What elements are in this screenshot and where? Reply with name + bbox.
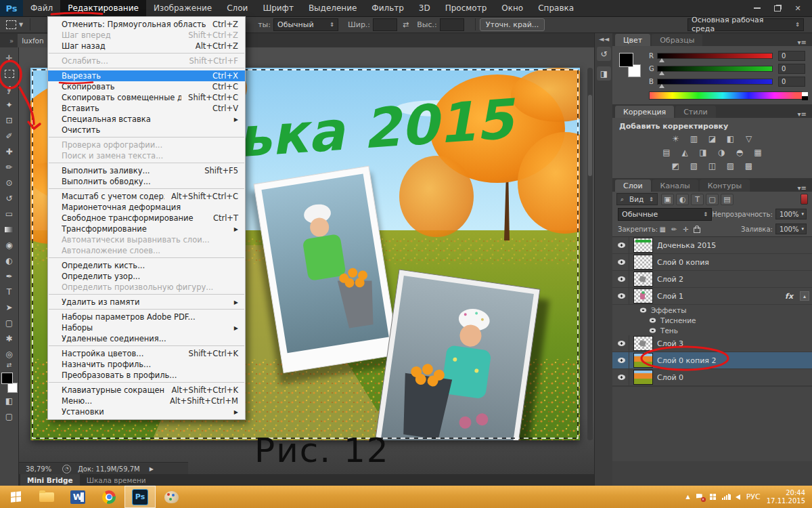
close-button[interactable]: ✕ bbox=[788, 2, 808, 14]
edit-menu-item[interactable]: Поиск и замена текста... bbox=[48, 150, 245, 161]
start-button[interactable] bbox=[0, 486, 31, 508]
brightness-contrast-icon[interactable]: ☀ bbox=[669, 133, 683, 144]
menu-item-просмотр[interactable]: Просмотр bbox=[438, 0, 495, 16]
eye-icon[interactable] bbox=[650, 318, 656, 322]
posterize-icon[interactable]: ▧ bbox=[687, 161, 701, 171]
menu-item-файл[interactable]: Файл bbox=[23, 0, 60, 16]
layer-effect-row[interactable]: Тиснение bbox=[612, 315, 812, 325]
layer-thumbnail[interactable] bbox=[633, 238, 653, 253]
panel-menu-icon[interactable]: ▾≡ bbox=[798, 184, 812, 192]
crop-tool[interactable]: ⊡ bbox=[1, 112, 18, 128]
eye-icon[interactable] bbox=[618, 293, 625, 299]
volume-icon[interactable] bbox=[736, 494, 740, 500]
lasso-tool[interactable]: ∮ bbox=[1, 81, 18, 97]
photo-filter-icon[interactable]: ◑ bbox=[715, 147, 728, 158]
menu-item-3d[interactable]: 3D bbox=[411, 0, 438, 16]
menu-item-редактирование[interactable]: Редактирование bbox=[60, 0, 146, 16]
pen-tool[interactable]: ✒ bbox=[1, 268, 18, 284]
filter-pixel-icon[interactable]: ▣ bbox=[661, 194, 674, 205]
edit-menu-item[interactable]: Ослабить...Shift+Ctrl+F bbox=[48, 56, 245, 66]
width-input[interactable] bbox=[373, 18, 397, 31]
layers-tab-каналы[interactable]: Каналы bbox=[652, 179, 698, 192]
lock-position-icon[interactable]: ✛ bbox=[681, 225, 690, 234]
threshold-icon[interactable]: ◫ bbox=[706, 161, 719, 171]
edit-menu-item[interactable]: Определить кисть... bbox=[48, 260, 245, 271]
layer-row[interactable]: Слой 2 bbox=[612, 271, 812, 288]
vibrance-icon[interactable]: ▽ bbox=[742, 133, 756, 144]
visibility-cell[interactable] bbox=[615, 352, 629, 368]
history-panel-icon[interactable]: ↺ bbox=[597, 47, 611, 61]
edit-menu-item[interactable]: ВырезатьCtrl+X bbox=[48, 70, 245, 81]
explorer-icon[interactable] bbox=[31, 486, 62, 508]
type-tool[interactable]: T bbox=[1, 284, 18, 299]
status-options-icon[interactable]: ▶ bbox=[150, 466, 154, 472]
bottom-tab-mini-bridge[interactable]: Mini Bridge bbox=[20, 474, 80, 486]
filter-toggle-switch[interactable] bbox=[800, 194, 808, 205]
eye-icon[interactable] bbox=[618, 341, 625, 346]
hue-saturation-icon[interactable]: ▤ bbox=[660, 147, 673, 158]
shape-tool[interactable]: ▢ bbox=[1, 315, 18, 331]
eye-icon[interactable] bbox=[650, 328, 656, 333]
move-tool[interactable]: ✛ bbox=[1, 50, 18, 66]
color-spectrum-bar[interactable] bbox=[649, 91, 803, 100]
tray-expand-icon[interactable]: ▲ bbox=[686, 494, 690, 500]
layer-name[interactable]: Слой 2 bbox=[657, 275, 683, 284]
color-swatches[interactable] bbox=[619, 53, 641, 77]
restore-button[interactable] bbox=[767, 2, 788, 14]
invert-icon[interactable]: ◩ bbox=[669, 161, 683, 171]
edit-menu-item[interactable]: Выполнить заливку...Shift+F5 bbox=[48, 165, 245, 176]
visibility-cell[interactable] bbox=[615, 254, 629, 270]
filter-smart-icon[interactable]: ▤ bbox=[721, 194, 734, 205]
layer-name[interactable]: Слой 0 копия 2 bbox=[657, 356, 716, 365]
edit-menu-item[interactable]: Шаг назадAlt+Ctrl+Z bbox=[48, 41, 245, 51]
eye-icon[interactable] bbox=[618, 375, 625, 380]
layer-row[interactable]: Слой 0 bbox=[612, 369, 812, 386]
rect-marquee-tool[interactable] bbox=[1, 66, 18, 81]
eye-icon[interactable] bbox=[618, 358, 625, 363]
eye-icon[interactable] bbox=[618, 242, 625, 248]
chevron-down-icon[interactable]: ▼ bbox=[19, 22, 23, 28]
edit-menu-item[interactable]: Удалить из памяти▶ bbox=[48, 297, 245, 308]
layer-thumbnail[interactable] bbox=[633, 370, 653, 385]
edit-menu-item[interactable]: Марионеточная деформация bbox=[48, 202, 245, 213]
channel-mixer-icon[interactable]: ◓ bbox=[733, 147, 746, 158]
selection-mode-select[interactable]: Обычный⇕ bbox=[273, 18, 338, 31]
edit-menu-item[interactable]: Преобразовать в профиль... bbox=[48, 370, 245, 381]
lock-transparency-icon[interactable]: ▦ bbox=[658, 225, 667, 234]
properties-panel-icon[interactable]: ◨ bbox=[597, 66, 611, 81]
edit-menu-item[interactable]: Специальная вставка▶ bbox=[48, 114, 245, 125]
minimize-button[interactable] bbox=[747, 2, 767, 14]
layer-name[interactable]: Слой 1 bbox=[657, 292, 683, 301]
layer-effect-row[interactable]: Эффекты bbox=[612, 305, 812, 315]
chrome-icon[interactable] bbox=[93, 486, 125, 508]
edit-menu-item[interactable]: Выполнить обводку... bbox=[48, 176, 245, 187]
filter-type-icon[interactable]: T bbox=[691, 194, 704, 205]
layer-filter-select[interactable]: ⌕Вид⇕ bbox=[616, 193, 658, 205]
color-tab-цвет[interactable]: Цвет bbox=[615, 34, 650, 46]
layer-row[interactable]: Слой 0 копия 2 bbox=[612, 352, 812, 369]
edit-menu-item[interactable]: Шаг впередShift+Ctrl+Z bbox=[48, 30, 245, 41]
layer-thumbnail[interactable] bbox=[633, 336, 653, 351]
blur-tool[interactable]: ◉ bbox=[1, 237, 18, 253]
menu-item-слои[interactable]: Слои bbox=[219, 0, 255, 16]
slider-handle[interactable] bbox=[659, 84, 664, 88]
collapse-panels-icon[interactable]: ◄◄ bbox=[599, 35, 609, 43]
layer-row[interactable]: Доченька 2015 bbox=[612, 237, 812, 254]
clone-stamp-tool[interactable]: ⊙ bbox=[1, 175, 18, 190]
foreground-color-swatch[interactable] bbox=[1, 373, 13, 384]
photoshop-icon[interactable]: Ps bbox=[125, 486, 156, 508]
edit-menu-item[interactable]: Удаленные соединения... bbox=[48, 333, 245, 344]
slider-handle[interactable] bbox=[659, 71, 664, 75]
toolbar-color-swatches[interactable] bbox=[1, 373, 18, 393]
word-icon[interactable]: W bbox=[62, 486, 93, 508]
workspace-select[interactable]: Основная рабочая среда⇕ bbox=[687, 18, 804, 31]
menu-item-шрифт[interactable]: Шрифт bbox=[255, 0, 301, 16]
black-white-icon[interactable]: ◨ bbox=[696, 147, 710, 158]
menu-item-изображение[interactable]: Изображение bbox=[146, 0, 219, 16]
slider-handle[interactable] bbox=[659, 58, 664, 62]
healing-brush-tool[interactable]: ✚ bbox=[1, 144, 18, 159]
visibility-cell[interactable] bbox=[615, 237, 629, 253]
eraser-tool[interactable]: ▭ bbox=[1, 206, 18, 221]
layer-thumbnail[interactable] bbox=[633, 272, 653, 287]
edit-menu-item[interactable]: Определить произвольную фигуру... bbox=[48, 282, 245, 293]
